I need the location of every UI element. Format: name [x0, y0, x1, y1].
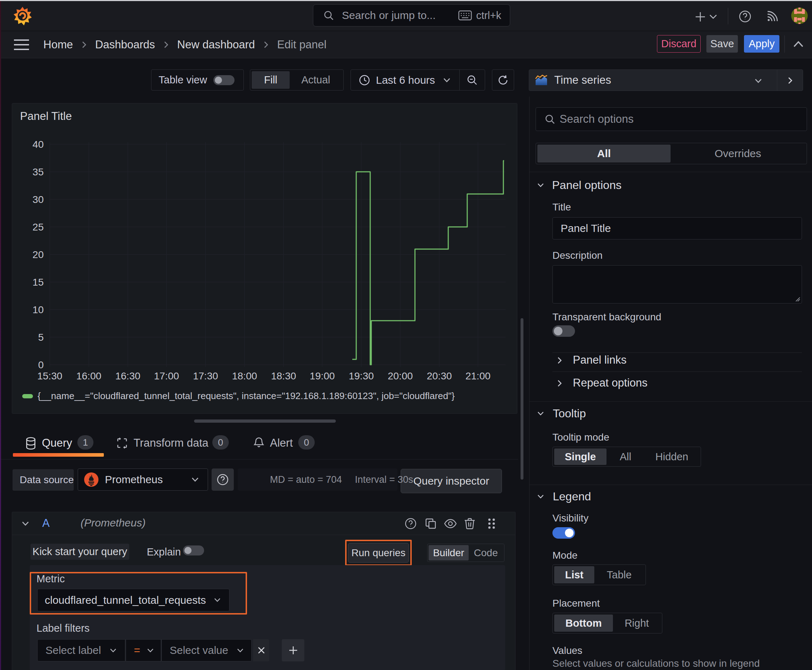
svg-text:20:30: 20:30 — [427, 371, 452, 382]
svg-text:5: 5 — [38, 332, 44, 343]
svg-text:17:30: 17:30 — [193, 371, 218, 382]
svg-text:17:00: 17:00 — [154, 371, 179, 382]
svg-text:18:00: 18:00 — [232, 371, 257, 382]
svg-text:{__name__="cloudflared_tunnel_: {__name__="cloudflared_tunnel_total_requ… — [37, 391, 455, 401]
svg-text:19:00: 19:00 — [310, 371, 335, 382]
svg-text:15: 15 — [32, 277, 44, 288]
svg-text:15:30: 15:30 — [37, 371, 62, 382]
svg-text:25: 25 — [32, 222, 44, 233]
svg-text:16:00: 16:00 — [76, 371, 101, 382]
svg-text:20:00: 20:00 — [388, 371, 413, 382]
svg-text:18:30: 18:30 — [271, 371, 296, 382]
svg-text:10: 10 — [32, 304, 44, 315]
svg-text:35: 35 — [32, 166, 44, 178]
svg-text:20: 20 — [32, 249, 44, 260]
svg-text:0: 0 — [38, 359, 44, 371]
svg-text:19:30: 19:30 — [349, 371, 374, 382]
svg-text:40: 40 — [32, 139, 44, 150]
svg-text:30: 30 — [32, 194, 44, 205]
svg-text:21:00: 21:00 — [465, 371, 490, 382]
svg-text:16:30: 16:30 — [115, 371, 140, 382]
